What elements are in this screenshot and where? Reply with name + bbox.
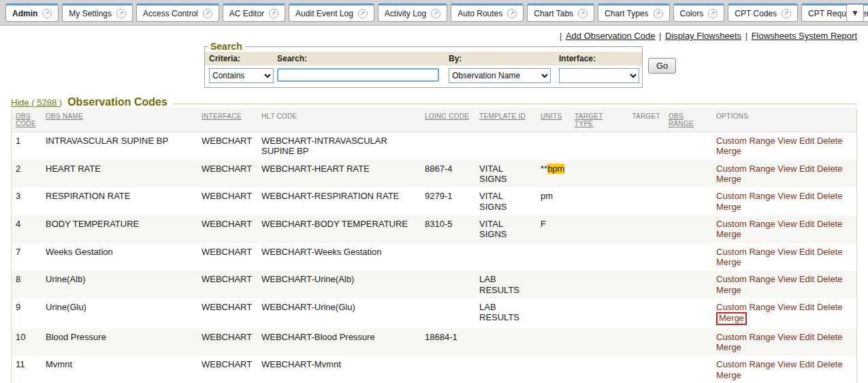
action-merge[interactable]: Merge [716,257,741,267]
open-popup-icon[interactable]: ↗ [708,9,718,18]
tab-cpt-codes[interactable]: CPT Codes↗ [728,3,798,22]
tab-admin[interactable]: Admin↗ [5,3,59,22]
action-delete[interactable]: Delete [817,164,843,174]
interface-select[interactable] [559,68,639,83]
action-edit[interactable]: Edit [799,332,814,342]
action-merge[interactable]: Merge [716,370,741,380]
action-view[interactable]: View [777,136,797,146]
action-view[interactable]: View [777,191,797,201]
action-merge[interactable]: Merge [716,174,741,184]
open-popup-icon[interactable]: ↗ [358,9,368,18]
action-view[interactable]: View [777,274,797,284]
link-add-observation-code[interactable]: Add Observation Code [566,31,656,41]
action-custom-range[interactable]: Custom Range [716,164,775,174]
action-merge[interactable]: Merge [716,202,741,212]
open-popup-icon[interactable]: ↗ [507,9,517,18]
action-custom-range[interactable]: Custom Range [716,332,775,342]
action-edit[interactable]: Edit [799,302,814,312]
action-custom-range[interactable]: Custom Range [716,274,775,284]
action-delete[interactable]: Delete [817,274,843,284]
tab-colors[interactable]: Colors↗ [673,3,725,22]
tab-auto-routes[interactable]: Auto Routes↗ [451,3,524,22]
action-edit[interactable]: Edit [799,359,814,369]
cell-loinc-code [421,356,475,383]
action-delete[interactable]: Delete [817,302,843,312]
tab-audit-event-log[interactable]: Audit Event Log↗ [289,3,374,22]
action-custom-range[interactable]: Custom Range [716,136,775,146]
action-edit[interactable]: Edit [799,164,814,174]
open-popup-icon[interactable]: ↗ [654,9,663,18]
column-label[interactable]: OBS NAME [46,112,83,120]
tab-my-settings[interactable]: My Settings↗ [62,3,133,22]
action-custom-range[interactable]: Custom Range [716,191,775,201]
action-view[interactable]: View [777,164,797,174]
tab-chart-types[interactable]: Chart Types↗ [598,3,669,22]
action-delete[interactable]: Delete [817,219,843,229]
action-edit[interactable]: Edit [799,274,814,284]
tab-label: Chart Tabs [534,9,573,18]
action-custom-range[interactable]: Custom Range [716,302,775,312]
cell-options: Custom Range View Edit Delete Merge [712,298,856,328]
action-view[interactable]: View [777,219,797,229]
tab-ac-editor[interactable]: AC Editor↗ [223,3,285,22]
by-select[interactable]: Observation Name [449,68,551,83]
column-label[interactable]: OBS RANGE [669,112,694,127]
action-custom-range[interactable]: Custom Range [716,247,775,257]
action-view[interactable]: View [777,332,797,342]
action-merge[interactable]: Merge [716,312,747,324]
column-label[interactable]: TARGET TYPE [575,112,603,127]
action-view[interactable]: View [777,359,797,369]
open-popup-icon[interactable]: ↗ [269,9,278,18]
criteria-select[interactable]: Contains [209,68,274,83]
open-popup-icon[interactable]: ↗ [782,9,791,18]
tab-label: Access Control [143,9,198,18]
column-header-template-id[interactable]: TEMPLATE ID [475,108,536,132]
action-view[interactable]: View [777,302,797,312]
link-display-flowsheets[interactable]: Display Flowsheets [665,31,741,41]
action-edit[interactable]: Edit [799,191,814,201]
column-label[interactable]: TEMPLATE ID [479,112,526,120]
action-merge[interactable]: Merge [716,146,741,156]
tab-chart-tabs[interactable]: Chart Tabs↗ [527,3,594,22]
cell-interface: WEBCHART [197,356,257,383]
tab-access-control[interactable]: Access Control↗ [136,3,219,22]
action-view[interactable]: View [777,247,797,257]
action-delete[interactable]: Delete [817,191,843,201]
action-merge[interactable]: Merge [716,229,741,239]
open-popup-icon[interactable]: ↗ [431,9,440,18]
open-popup-icon[interactable]: ↗ [116,9,126,18]
go-button[interactable]: Go [648,58,676,74]
column-label[interactable]: OBS CODE [16,112,36,127]
action-merge[interactable]: Merge [716,285,741,295]
action-edit[interactable]: Edit [799,136,814,146]
column-header-obs-code[interactable]: OBS CODE [12,108,42,132]
column-header-interface[interactable]: INTERFACE [197,108,257,132]
action-merge[interactable]: Merge [716,342,741,352]
action-custom-range[interactable]: Custom Range [716,219,775,229]
link-flowsheets-system-report[interactable]: Flowsheets System Report [752,31,857,41]
action-edit[interactable]: Edit [799,247,814,257]
column-header-target-type[interactable]: TARGET TYPE [570,108,622,132]
action-delete[interactable]: Delete [817,359,843,369]
action-custom-range[interactable]: Custom Range [716,359,775,369]
column-header-obs-name[interactable]: OBS NAME [42,108,197,132]
open-popup-icon[interactable]: ↗ [578,9,588,18]
tab-activity-log[interactable]: Activity Log↗ [378,3,447,22]
open-popup-icon[interactable]: ↗ [203,9,212,18]
cell-hl7-code: WEBCHART-Urine(Alb) [257,271,421,298]
open-popup-icon[interactable]: ↗ [42,9,52,18]
column-label[interactable]: UNITS [541,112,562,120]
column-header-loinc-code[interactable]: LOINC CODE [421,108,475,132]
action-delete[interactable]: Delete [817,136,843,146]
action-delete[interactable]: Delete [817,332,843,342]
hide-count-link[interactable]: Hide ( 5288 ) [11,97,62,108]
column-header-units[interactable]: UNITS [536,108,570,132]
column-label[interactable]: INTERFACE [202,112,242,120]
search-input[interactable] [277,68,439,82]
action-delete[interactable]: Delete [817,247,843,257]
action-edit[interactable]: Edit [799,219,814,229]
cell-obs-range [664,271,712,298]
column-label[interactable]: LOINC CODE [425,112,469,120]
tab-overflow-button[interactable]: ▼ [846,4,864,22]
column-header-obs-range[interactable]: OBS RANGE [664,108,712,132]
